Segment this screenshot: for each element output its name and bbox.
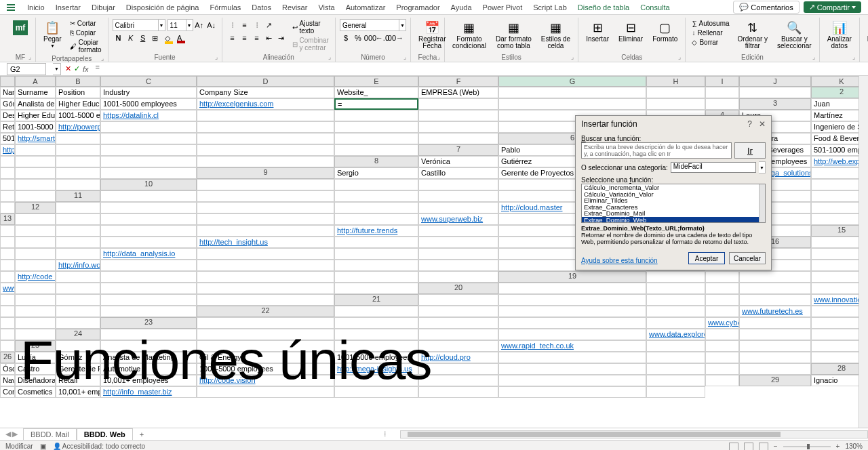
vertical-scrollbar[interactable] bbox=[859, 76, 868, 428]
cell-a26[interactable]: Lucía bbox=[15, 352, 56, 363]
fx-icon[interactable]: fx bbox=[83, 65, 89, 73]
cell-e4[interactable]: 1001-5000 employees bbox=[15, 121, 56, 133]
tab-formulas[interactable]: Fórmulas bbox=[204, 1, 246, 14]
cell-b22[interactable] bbox=[418, 306, 498, 317]
cell-d12[interactable] bbox=[334, 202, 418, 213]
share-button[interactable]: ↗ Compartir bbox=[804, 1, 861, 13]
cell-c20[interactable] bbox=[705, 283, 739, 294]
clear-button[interactable]: ◇Borrar bbox=[690, 38, 731, 47]
cell-d21[interactable] bbox=[705, 294, 739, 306]
cell-e21[interactable] bbox=[739, 294, 811, 306]
cell-d27[interactable]: Automotive bbox=[100, 363, 197, 375]
sheet-nav-prev[interactable]: ◀ bbox=[5, 430, 11, 438]
row-header-10[interactable]: 10 bbox=[100, 179, 197, 190]
cell-b15[interactable] bbox=[0, 237, 15, 248]
cell-b14[interactable] bbox=[15, 225, 56, 237]
cell-b21[interactable] bbox=[498, 294, 646, 306]
paste-button[interactable]: 📋 Pegar ▼ bbox=[40, 19, 65, 49]
cell-e23[interactable] bbox=[646, 317, 705, 329]
insert-cells-button[interactable]: ⊞Insertar bbox=[583, 19, 612, 44]
website-link[interactable]: www.rapid_tech.co.uk bbox=[501, 342, 574, 350]
cell-f22[interactable]: www.futuretech.es bbox=[739, 306, 811, 317]
align-left-button[interactable]: ≡ bbox=[226, 32, 239, 44]
cell-c2[interactable]: Analista de Datos bbox=[15, 98, 56, 110]
function-list-scrollbar[interactable] bbox=[759, 184, 765, 222]
search-function-input[interactable]: Escriba una breve descripción de lo que … bbox=[581, 142, 732, 159]
cell-c12[interactable] bbox=[197, 202, 334, 213]
cell-g20[interactable] bbox=[0, 294, 15, 306]
cell-c16[interactable] bbox=[0, 248, 15, 260]
website-link[interactable]: http://smart.code bbox=[18, 134, 56, 142]
cell-b24[interactable] bbox=[197, 329, 334, 340]
cell-d11[interactable] bbox=[418, 190, 498, 202]
cell-g5[interactable] bbox=[56, 133, 100, 144]
cell-a8[interactable]: Verónica bbox=[418, 156, 498, 167]
cell-g15[interactable] bbox=[334, 237, 418, 248]
cell-b26[interactable]: Gómez bbox=[56, 352, 100, 363]
conditional-format-button[interactable]: ▦Formato condicional bbox=[449, 19, 490, 51]
cell-c11[interactable] bbox=[334, 190, 418, 202]
row-header-11[interactable]: 11 bbox=[56, 190, 100, 202]
comments-button[interactable]: 💬 Comentarios bbox=[733, 1, 799, 14]
row-header-20[interactable]: 20 bbox=[418, 283, 498, 294]
website-link[interactable]: http://mega-insights.us bbox=[337, 365, 412, 373]
cell-b10[interactable] bbox=[334, 179, 418, 190]
cell-f16[interactable]: http://data_analysis.io bbox=[100, 248, 197, 260]
indent-inc-button[interactable]: ⇥ bbox=[275, 32, 288, 44]
number-format-select[interactable]: General bbox=[340, 19, 399, 31]
cell-f27[interactable]: http://mega-insights.us bbox=[334, 363, 418, 375]
cell-a21[interactable] bbox=[418, 294, 498, 306]
cell-a12[interactable] bbox=[56, 202, 100, 213]
format-painter-button[interactable]: 🖌Copiar formato bbox=[68, 38, 104, 54]
name-box-dropdown[interactable]: ▼ bbox=[53, 63, 61, 75]
website-link[interactable]: http://data_analysis.io bbox=[103, 249, 175, 258]
function-list[interactable]: Cálculo_Incrementa_ValorCálculo_Variació… bbox=[581, 184, 766, 223]
cell-g28[interactable] bbox=[334, 375, 418, 386]
sheet-nav-next[interactable]: ▶ bbox=[12, 430, 18, 438]
col-header-C[interactable]: C bbox=[100, 76, 197, 87]
cell-b27[interactable]: Castro bbox=[15, 363, 56, 375]
tab-consulta[interactable]: Consulta bbox=[635, 1, 675, 14]
cell-d17[interactable] bbox=[0, 260, 15, 271]
website-link[interactable]: http://code_genius.biz bbox=[18, 272, 56, 281]
cell-d13[interactable] bbox=[197, 213, 334, 225]
cell-c29[interactable]: Consultor Financiero bbox=[0, 386, 15, 398]
col-header-H[interactable]: H bbox=[646, 76, 705, 87]
cell-c21[interactable] bbox=[646, 294, 705, 306]
cell-c26[interactable]: Analista de Marketing bbox=[100, 352, 197, 363]
thousands-button[interactable]: 000 bbox=[364, 32, 376, 44]
registrar-fecha-button[interactable]: 📅Registrar Fecha bbox=[415, 19, 450, 51]
website-link[interactable]: www.quantum_leap.com bbox=[3, 284, 15, 292]
row-header-3[interactable]: 3 bbox=[739, 98, 811, 110]
cell-c27[interactable]: Gerente de Proyectos bbox=[56, 363, 100, 375]
cell-g16[interactable] bbox=[197, 248, 334, 260]
cell-e13[interactable] bbox=[334, 213, 418, 225]
cell-g6[interactable] bbox=[15, 144, 56, 156]
ribbon-collapse-icon[interactable] bbox=[7, 4, 15, 11]
cell-a9[interactable]: Sergio bbox=[334, 167, 418, 179]
dialog-close-button[interactable]: ✕ bbox=[759, 119, 766, 129]
website-link[interactable]: http://code.vision bbox=[199, 376, 256, 384]
table-header-e[interactable]: Company Size▼ bbox=[197, 87, 334, 98]
cell-e3[interactable]: 1001-5000 employees bbox=[56, 110, 100, 121]
cell-g3[interactable] bbox=[197, 110, 334, 121]
cell-b25[interactable] bbox=[100, 340, 197, 352]
cell-f28[interactable]: http://code.vision bbox=[197, 375, 334, 386]
cell-b23[interactable] bbox=[334, 317, 418, 329]
cell-a24[interactable] bbox=[100, 329, 197, 340]
col-header-B[interactable]: B bbox=[56, 76, 100, 87]
cell-f3[interactable]: https://datalink.cl bbox=[100, 110, 197, 121]
format-cells-button[interactable]: ▢Formato bbox=[649, 19, 681, 44]
tab-vista[interactable]: Vista bbox=[313, 1, 340, 14]
row-header-13[interactable]: 13 bbox=[0, 213, 15, 225]
cell-d28[interactable]: Retail bbox=[56, 375, 100, 386]
chevron-down-icon[interactable]: ▼ bbox=[159, 19, 165, 31]
tab-insertar[interactable]: Insertar bbox=[50, 1, 86, 14]
align-bottom-button[interactable]: ⸽ bbox=[251, 19, 263, 31]
add-sheet-button[interactable]: + bbox=[133, 430, 151, 438]
cell-g26[interactable] bbox=[498, 352, 646, 363]
cell-c28[interactable]: Diseñadora UX bbox=[15, 375, 56, 386]
tab-powerpivot[interactable]: Power Pivot bbox=[477, 1, 528, 14]
cell-f17[interactable]: http://info.worldwide bbox=[56, 260, 100, 271]
mf-addin-button[interactable]: mf bbox=[9, 19, 31, 37]
